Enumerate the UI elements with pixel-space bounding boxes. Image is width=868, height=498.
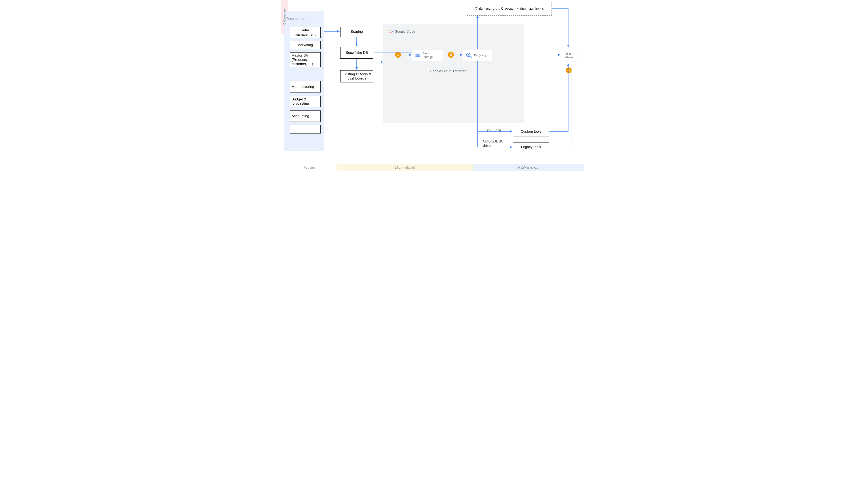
svc-bigquery: BigQuery [463,50,492,61]
rest-api-label: Rest API [487,129,501,133]
svg-point-3 [416,56,417,56]
svc-cloud-storage: Cloud Storage [412,50,443,61]
step-1-badge: 1 [395,52,401,58]
google-cloud-transfer-label: Google Cloud Transfer [430,69,466,73]
svg-rect-5 [418,56,419,56]
step-2-badge: 2 [448,52,454,58]
bigquery-icon [466,52,472,58]
box-marketing: Marketing [290,41,321,49]
google-cloud-brand-label: Google Cloud [395,30,415,34]
box-master-dv: Master DV (Products, customer, ....) [290,52,321,67]
box-sales-management: Sales management [290,27,321,38]
box-legacy-tools: Legacy tools [513,142,549,152]
box-staging: Staging [340,27,373,37]
svg-rect-9 [468,54,469,56]
cloud-storage-icon [415,52,420,58]
svc-cloud-storage-label: Cloud Storage [423,52,440,59]
svg-rect-4 [418,54,419,54]
box-accounting: Accounting [290,110,321,122]
box-existing-bi-tools: Existing BI tools & dashboards [340,70,373,82]
step-3-badge: 3 [566,67,572,73]
svg-point-12 [569,53,571,55]
old-analyse-label: Old analyse [283,9,286,25]
partners-box: Data analysis & visualization partners [467,2,552,15]
odbc-jdbc-label: ODBC/JDBC driver [483,139,506,148]
svg-rect-10 [469,55,470,56]
svg-line-7 [470,56,471,58]
data-sources-title: Data sources [286,17,307,21]
box-custom-tools: Custom tools [513,127,549,136]
users-icon [564,51,573,60]
google-cloud-icon [388,29,393,34]
svg-rect-8 [467,54,468,55]
svg-point-2 [416,54,417,54]
phase-new-analyze: NEW analyze [473,164,584,171]
svg-point-11 [566,53,569,55]
google-cloud-panel [383,24,524,123]
box-more: …… [290,125,321,133]
box-budget-forecasting: Budget & forecasting [290,96,321,107]
box-manufacturing: Manufacturing [290,81,321,92]
box-snowflake-db: Snowflake DB [340,47,373,58]
phase-acquire: Acquire [282,164,336,171]
phase-etl: ETL (multiple) [336,164,473,171]
users-card [561,48,576,63]
svc-bigquery-label: BigQuery [474,54,486,57]
google-cloud-brand: Google Cloud [388,29,415,34]
